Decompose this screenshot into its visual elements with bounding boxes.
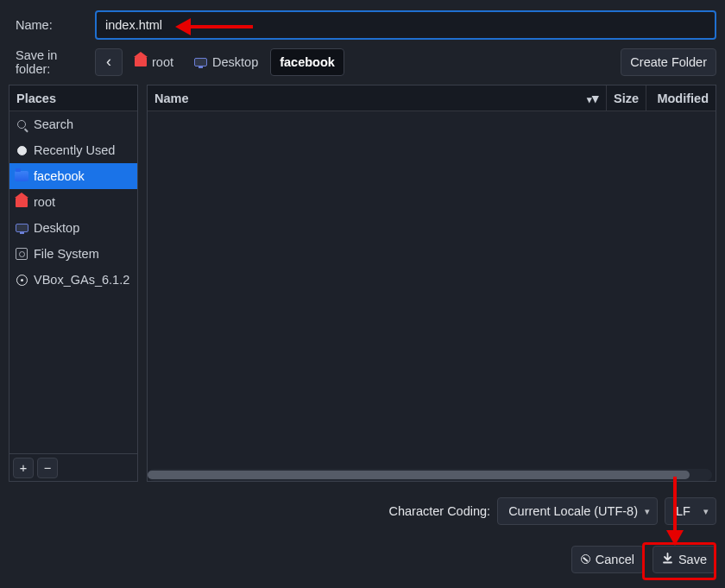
breadcrumb-desktop-label: Desktop [212, 55, 258, 69]
places-item-facebook[interactable]: facebook [9, 163, 137, 189]
places-item-filesystem[interactable]: File System [9, 241, 137, 267]
plus-icon: + [20, 461, 27, 475]
breadcrumb-root[interactable]: root [126, 48, 182, 76]
column-header-name-label: Name [154, 92, 189, 105]
filename-input[interactable] [95, 10, 716, 40]
places-item-label: Desktop [34, 221, 132, 235]
breadcrumb-back-button[interactable] [95, 48, 123, 76]
lineending-select[interactable]: LF [665, 497, 716, 525]
cancel-icon [581, 553, 590, 566]
chevron-left-icon [106, 54, 111, 70]
desktop-icon [194, 55, 207, 69]
breadcrumb-facebook-label: facebook [280, 55, 335, 69]
column-header-name[interactable]: Name ▾ [148, 85, 607, 111]
breadcrumb-root-label: root [152, 55, 173, 69]
places-item-desktop[interactable]: Desktop [9, 215, 137, 241]
minus-icon: − [44, 461, 51, 475]
charset-select[interactable]: Current Locale (UTF-8) [497, 497, 658, 525]
create-folder-button[interactable]: Create Folder [621, 48, 716, 76]
places-item-search[interactable]: Search [9, 111, 137, 137]
column-header-size[interactable]: Size [607, 85, 646, 111]
disk-icon [15, 247, 28, 261]
places-list: Search Recently Used facebook root Deskt… [9, 111, 137, 453]
charset-selected-value: Current Locale (UTF-8) [508, 504, 638, 518]
file-list[interactable] [148, 111, 716, 481]
horizontal-scrollbar[interactable] [148, 469, 712, 481]
bookmark-add-button[interactable]: + [13, 458, 34, 478]
create-folder-label: Create Folder [630, 55, 707, 69]
character-coding-label: Character Coding: [388, 504, 490, 518]
pane-splitter[interactable] [142, 85, 143, 482]
places-item-label: facebook [34, 169, 132, 183]
cancel-label: Cancel [596, 553, 634, 566]
places-item-label: Recently Used [34, 143, 132, 157]
places-item-recent[interactable]: Recently Used [9, 137, 137, 163]
places-header[interactable]: Places [9, 85, 137, 111]
save-in-folder-label: Save in folder: [9, 48, 95, 76]
search-icon [15, 117, 28, 131]
places-item-vbox[interactable]: VBox_GAs_6.1.2 [9, 267, 137, 293]
places-item-label: root [34, 195, 132, 209]
sort-indicator-icon: ▾ [587, 92, 599, 105]
save-button[interactable]: Save [652, 546, 716, 573]
chevron-down-icon [703, 505, 709, 517]
breadcrumb: root Desktop facebook [95, 48, 344, 76]
places-item-label: VBox_GAs_6.1.2 [34, 273, 132, 287]
column-header-modified[interactable]: Modified [646, 85, 716, 111]
download-icon [662, 553, 673, 566]
home-icon [15, 195, 28, 209]
places-item-label: File System [34, 247, 132, 261]
name-label: Name: [9, 18, 95, 32]
recent-icon [15, 143, 28, 157]
folder-icon [15, 169, 28, 183]
breadcrumb-facebook[interactable]: facebook [270, 48, 344, 76]
lineending-selected-value: LF [676, 504, 690, 518]
bookmark-remove-button[interactable]: − [37, 458, 58, 478]
optical-disc-icon [15, 273, 28, 287]
places-item-label: Search [34, 117, 132, 131]
cancel-button[interactable]: Cancel [571, 546, 644, 573]
places-item-root[interactable]: root [9, 189, 137, 215]
chevron-down-icon [645, 505, 650, 517]
save-label: Save [678, 553, 707, 566]
home-icon [135, 55, 147, 69]
breadcrumb-desktop[interactable]: Desktop [186, 48, 267, 76]
desktop-icon [15, 221, 28, 235]
